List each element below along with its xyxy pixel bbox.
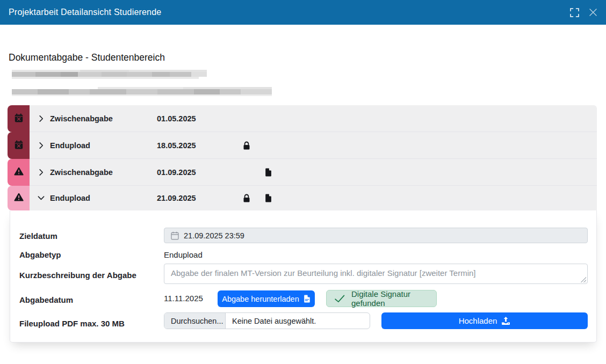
- chevron-right-icon: [38, 142, 45, 149]
- zieldatum-value: 21.09.2025 23:59: [184, 231, 244, 240]
- submission-type-label: Endupload: [50, 194, 90, 202]
- fileupload-label: Fileupload PDF max. 30 MB: [19, 319, 125, 328]
- modal-projektarbeit-detailansicht: Projektarbeit Detailansicht Studierende …: [0, 0, 606, 364]
- chevron-right-icon: [38, 115, 45, 122]
- upload-icon: [501, 317, 510, 325]
- calendar-x-icon: [15, 113, 23, 125]
- upload-button[interactable]: Hochladen: [381, 312, 588, 329]
- status-tab-warning-active: [8, 186, 30, 210]
- abgabetyp-label: Abgabetyp: [19, 250, 61, 259]
- redacted-text-line: [12, 70, 207, 79]
- submission-date: 01.05.2025: [157, 114, 196, 123]
- accordion-row-endupload-2[interactable]: Endupload 21.09.2025: [8, 186, 597, 210]
- document-icon: [265, 168, 272, 177]
- fullscreen-icon[interactable]: [570, 8, 579, 17]
- warning-triangle-icon: [14, 193, 24, 203]
- upload-button-label: Hochladen: [459, 316, 497, 325]
- kurzbeschreibung-label: Kurzbeschreibung der Abgabe: [19, 271, 136, 280]
- file-pdf-icon: [304, 295, 311, 303]
- submission-type-label: Zwischenabgabe: [50, 114, 113, 123]
- submission-date: 21.09.2025: [157, 194, 196, 202]
- modal-header-actions: [570, 8, 597, 17]
- download-submission-button[interactable]: Abgabe herunterladen: [218, 290, 315, 307]
- abgabetyp-value: Endupload: [164, 250, 203, 259]
- modal-header: Projektarbeit Detailansicht Studierende: [0, 0, 606, 25]
- file-input[interactable]: Durchsuchen... Keine Datei ausgewählt.: [164, 312, 370, 329]
- warning-triangle-icon: [14, 167, 24, 178]
- accordion-row-zwischenabgabe-2[interactable]: Zwischenabgabe 01.09.2025: [8, 159, 597, 186]
- zieldatum-input[interactable]: 21.09.2025 23:59: [164, 228, 588, 243]
- chevron-down-icon: [38, 195, 45, 202]
- submission-accordion: Zwischenabgabe 01.05.2025: [8, 105, 597, 210]
- status-tab-overdue: [8, 105, 30, 132]
- document-icon: [265, 194, 272, 202]
- lock-icon: [243, 141, 250, 150]
- abgabedatum-value: 11.11.2025: [164, 294, 203, 303]
- close-icon[interactable]: [589, 8, 597, 17]
- calendar-icon: [171, 231, 179, 240]
- accordion-row-endupload-1[interactable]: Endupload 18.05.2025: [8, 132, 597, 159]
- submission-type-label: Endupload: [50, 141, 90, 150]
- status-tab-warning: [8, 159, 30, 186]
- accordion-row-zwischenabgabe-1[interactable]: Zwischenabgabe 01.05.2025: [8, 105, 597, 132]
- signature-badge-label: Digitale Signatur gefunden: [351, 289, 429, 308]
- browse-button[interactable]: Durchsuchen...: [164, 313, 226, 329]
- submission-date: 01.09.2025: [157, 168, 196, 177]
- submission-type-label: Zwischenabgabe: [50, 168, 113, 177]
- submission-date: 18.05.2025: [157, 141, 196, 150]
- download-button-label: Abgabe herunterladen: [222, 295, 299, 303]
- no-file-selected-text: Keine Datei ausgewählt.: [226, 313, 322, 329]
- abgabedatum-label: Abgabedatum: [19, 295, 73, 304]
- check-icon: [334, 295, 345, 303]
- modal-title: Projektarbeit Detailansicht Studierende: [9, 8, 161, 17]
- redacted-text-line: [12, 87, 272, 96]
- kurzbeschreibung-textarea[interactable]: [164, 264, 588, 284]
- status-tab-overdue: [8, 132, 30, 159]
- digital-signature-badge: Digitale Signatur gefunden: [326, 290, 437, 307]
- chevron-right-icon: [38, 169, 45, 176]
- page-title: Dokumentabgabe - Studentenbereich: [9, 52, 165, 63]
- lock-icon: [243, 194, 250, 202]
- zieldatum-label: Zieldatum: [19, 231, 57, 241]
- calendar-x-icon: [15, 140, 23, 151]
